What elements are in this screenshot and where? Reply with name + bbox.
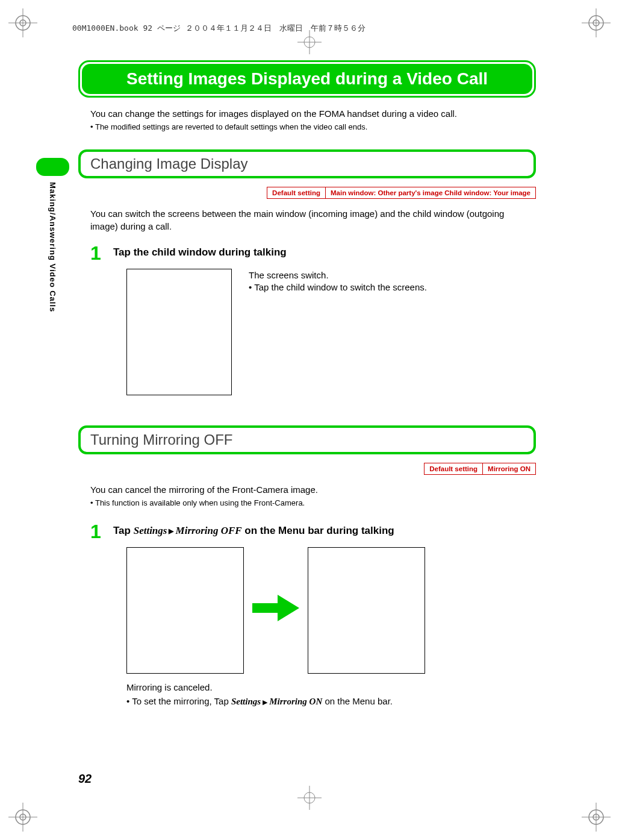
page-content: Setting Images Displayed during a Video … — [66, 60, 548, 707]
crop-mark-icon — [578, 5, 614, 41]
section-body: You can switch the screens between the m… — [90, 207, 524, 233]
figure-row: The screens switch. Tap the child window… — [126, 269, 524, 395]
page-title: Setting Images Displayed during a Video … — [82, 64, 532, 94]
triangle-icon: ▶ — [261, 698, 269, 705]
menu-path-italic: Mirroring OFF — [176, 525, 242, 536]
bullet-text: To set the mirroring, Tap — [132, 696, 231, 706]
page-number: 92 — [78, 772, 92, 786]
registration-mark-icon — [297, 786, 322, 810]
result-bullet: To set the mirroring, Tap Settings ▶ Mir… — [126, 696, 524, 707]
figure-arrow-row — [126, 547, 524, 674]
step-title: Tap the child window during talking — [113, 243, 287, 259]
chapter-tab — [36, 158, 69, 176]
default-setting-value: Main window: Other party's image Child w… — [326, 187, 535, 198]
default-setting-box: Default setting Mirroring ON — [424, 463, 536, 475]
step-title: Tap Settings ▶ Mirroring OFF on the Menu… — [113, 522, 394, 538]
menu-path-italic: Mirroring ON — [269, 697, 322, 706]
default-setting-box: Default setting Main window: Other party… — [267, 187, 536, 199]
figure-caption: The screens switch. Tap the child window… — [249, 269, 427, 293]
svg-marker-23 — [278, 595, 299, 621]
arrow-right-icon — [252, 595, 299, 626]
svg-rect-22 — [252, 603, 278, 613]
section-body: You can cancel the mirroring of the Fron… — [90, 483, 524, 496]
default-setting-row: Default setting Main window: Other party… — [66, 187, 536, 199]
default-setting-value: Mirroring ON — [483, 463, 535, 474]
registration-mark-icon — [297, 30, 322, 54]
default-setting-label: Default setting — [267, 187, 326, 198]
section-heading: Turning Mirroring OFF — [78, 425, 536, 454]
step-row: 1 Tap Settings ▶ Mirroring OFF on the Me… — [90, 522, 524, 541]
triangle-icon: ▶ — [167, 527, 175, 534]
default-setting-row: Default setting Mirroring ON — [66, 463, 536, 475]
bullet-text: on the Menu bar. — [322, 696, 393, 706]
step-number: 1 — [90, 522, 105, 541]
section-heading: Changing Image Display — [78, 149, 536, 178]
figure-bullet: Tap the child window to switch the scree… — [249, 282, 427, 292]
screenshot-placeholder — [308, 547, 425, 674]
step-number: 1 — [90, 243, 105, 263]
page-title-block: Setting Images Displayed during a Video … — [78, 60, 536, 98]
intro-bullet: The modified settings are reverted to de… — [90, 122, 524, 131]
intro-text: You can change the settings for images d… — [90, 108, 524, 119]
screenshot-placeholder — [126, 269, 232, 395]
result-text: Mirroring is canceled. — [126, 682, 524, 692]
menu-path-italic: Settings — [231, 697, 261, 706]
crop-mark-icon — [578, 799, 614, 835]
step-text: Tap — [113, 525, 134, 536]
print-header: 00M1000EN.book 92 ページ ２００４年１１月２４日 水曜日 午前… — [72, 23, 365, 34]
step-row: 1 Tap the child window during talking — [90, 243, 524, 263]
menu-path-italic: Settings — [134, 525, 167, 536]
step-text: on the Menu bar during talking — [242, 525, 394, 536]
figure-text: The screens switch. — [249, 269, 427, 283]
section-note: This function is available only when usi… — [90, 498, 524, 507]
crop-mark-icon — [5, 5, 41, 41]
default-setting-label: Default setting — [425, 463, 483, 474]
screenshot-placeholder — [126, 547, 244, 674]
crop-mark-icon — [5, 799, 41, 835]
chapter-label: Making/Answering Video Calls — [48, 182, 57, 312]
